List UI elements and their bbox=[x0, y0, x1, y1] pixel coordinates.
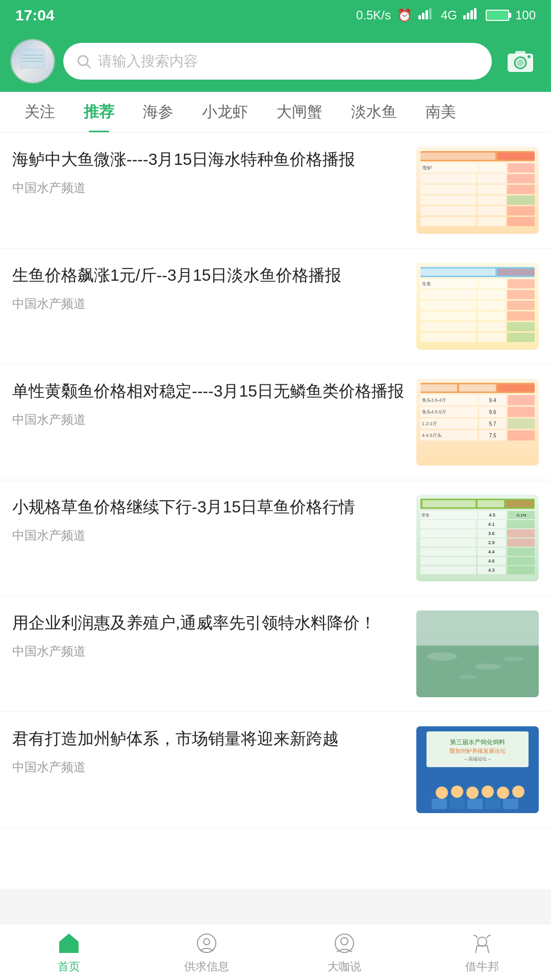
news-content: 生鱼价格飙涨1元/斤--3月15日淡水鱼价格播报 中国水产频道 bbox=[12, 263, 406, 312]
search-icon bbox=[76, 53, 92, 69]
signal-icon-2 bbox=[463, 8, 480, 22]
svg-rect-3 bbox=[429, 8, 432, 19]
battery-level: 100 bbox=[515, 8, 536, 22]
svg-point-25 bbox=[458, 675, 477, 679]
news-title: 小规格草鱼价格继续下行-3月15日草鱼价格行情 bbox=[12, 495, 406, 519]
svg-point-22 bbox=[427, 652, 457, 660]
tab-follow[interactable]: 关注 bbox=[10, 92, 69, 133]
news-content: 小规格草鱼价格继续下行-3月15日草鱼价格行情 中国水产频道 bbox=[12, 495, 406, 544]
status-icons: 0.5K/s ⏰ 4G 100 bbox=[356, 8, 536, 22]
search-placeholder: 请输入搜索内容 bbox=[98, 52, 198, 71]
header: 请输入搜索内容 bbox=[0, 31, 551, 92]
news-item[interactable]: 海鲈中大鱼微涨----3月15日海水特种鱼价格播报 中国水产频道 海鲈 bbox=[0, 133, 551, 249]
svg-point-17 bbox=[517, 59, 524, 66]
news-content: 君有打造加州鲈体系，市场销量将迎来新跨越 中国水产频道 bbox=[12, 726, 406, 775]
svg-rect-42 bbox=[485, 798, 500, 809]
supply-icon bbox=[194, 930, 219, 956]
news-source: 中国水产频道 bbox=[12, 411, 406, 428]
svg-point-46 bbox=[197, 934, 216, 952]
svg-rect-0 bbox=[418, 15, 421, 19]
news-thumbnail: 鱼头3.5-4斤 9.4 鱼头4.5-5斤 9.6 1.2-2斤 5.7 bbox=[416, 379, 539, 465]
svg-line-14 bbox=[87, 64, 90, 68]
svg-point-35 bbox=[466, 787, 479, 799]
home-icon bbox=[56, 930, 82, 956]
news-title: 用企业利润惠及养殖户,通威率先引领特水料降价！ bbox=[12, 610, 406, 635]
nav-cattle[interactable]: 借牛邦 bbox=[413, 924, 551, 980]
news-title: 生鱼价格飙涨1元/斤--3月15日淡水鱼价格播报 bbox=[12, 263, 406, 287]
news-thumbnail bbox=[416, 610, 539, 697]
svg-point-36 bbox=[482, 786, 494, 798]
news-item[interactable]: 单性黄颡鱼价格相对稳定----3月15日无鳞鱼类价格播报 中国水产频道 鱼头3.… bbox=[0, 364, 551, 480]
signal-icon bbox=[418, 8, 435, 22]
news-thumbnail: 生鱼 bbox=[416, 263, 539, 350]
nav-home[interactable]: 首页 bbox=[0, 924, 138, 980]
tab-crab[interactable]: 大闸蟹 bbox=[262, 92, 337, 133]
nav-profile[interactable]: 大咖说 bbox=[276, 924, 413, 980]
news-thumbnail: 草鱼 4.5 -0.1% 4.1 3.6 bbox=[416, 495, 539, 581]
news-thumbnail: 海鲈 bbox=[416, 147, 539, 234]
camera-button[interactable] bbox=[500, 41, 541, 82]
status-bar: 17:04 0.5K/s ⏰ 4G 100 bbox=[0, 0, 551, 31]
svg-point-23 bbox=[475, 664, 500, 670]
avatar[interactable] bbox=[10, 39, 55, 84]
svg-rect-39 bbox=[432, 799, 447, 809]
svg-rect-5 bbox=[467, 13, 469, 19]
svg-point-13 bbox=[78, 56, 88, 65]
news-title: 海鲈中大鱼微涨----3月15日海水特种鱼价格播报 bbox=[12, 147, 406, 172]
svg-rect-18 bbox=[515, 51, 525, 55]
news-source: 中国水产频道 bbox=[12, 643, 406, 659]
search-bar[interactable]: 请输入搜索内容 bbox=[63, 43, 492, 80]
svg-rect-9 bbox=[22, 51, 43, 66]
tab-seacucumber[interactable]: 海参 bbox=[129, 92, 188, 133]
tab-southamerica[interactable]: 南美 bbox=[411, 92, 470, 133]
battery-icon bbox=[486, 10, 509, 21]
news-item[interactable]: 生鱼价格飙涨1元/斤--3月15日淡水鱼价格播报 中国水产频道 生鱼 bbox=[0, 249, 551, 364]
alarm-icon: ⏰ bbox=[397, 8, 412, 22]
svg-rect-43 bbox=[503, 799, 518, 809]
svg-text:-- 高端论坛 --: -- 高端论坛 -- bbox=[464, 756, 491, 762]
svg-rect-27 bbox=[416, 610, 539, 631]
tab-recommend[interactable]: 推荐 bbox=[69, 92, 129, 133]
svg-rect-21 bbox=[416, 646, 539, 697]
svg-point-50 bbox=[478, 937, 487, 946]
news-item[interactable]: 君有打造加州鲈体系，市场销量将迎来新跨越 中国水产频道 第三届水产饲化饲料 暨加… bbox=[0, 712, 551, 828]
news-content: 单性黄颡鱼价格相对稳定----3月15日无鳞鱼类价格播报 中国水产频道 bbox=[12, 379, 406, 428]
news-source: 中国水产频道 bbox=[12, 180, 406, 196]
svg-rect-2 bbox=[425, 10, 428, 19]
nav-home-label: 首页 bbox=[58, 959, 80, 974]
news-thumbnail: 第三届水产饲化饲料 暨加州鲈养殖发展论坛 -- 高端论坛 -- bbox=[416, 726, 539, 813]
svg-point-34 bbox=[451, 786, 463, 798]
bottom-navigation: 首页 供求信息 大咖说 bbox=[0, 924, 551, 980]
svg-rect-1 bbox=[422, 13, 424, 19]
camera-icon bbox=[505, 46, 536, 77]
news-item[interactable]: 用企业利润惠及养殖户,通威率先引领特水料降价！ 中国水产频道 bbox=[0, 596, 551, 712]
status-time: 17:04 bbox=[15, 7, 55, 24]
svg-point-24 bbox=[503, 656, 523, 662]
svg-rect-4 bbox=[463, 15, 466, 19]
svg-point-47 bbox=[204, 939, 210, 945]
nav-cattle-label: 借牛邦 bbox=[465, 959, 499, 974]
category-tabs: 关注 推荐 海参 小龙虾 大闸蟹 淡水鱼 南美 bbox=[0, 92, 551, 133]
news-source: 中国水产频道 bbox=[12, 759, 406, 775]
news-title: 君有打造加州鲈体系，市场销量将迎来新跨越 bbox=[12, 726, 406, 751]
profile-icon bbox=[332, 930, 357, 956]
tab-crayfish[interactable]: 小龙虾 bbox=[188, 92, 262, 133]
svg-point-19 bbox=[528, 55, 531, 58]
svg-point-49 bbox=[341, 938, 348, 945]
news-source: 中国水产频道 bbox=[12, 296, 406, 312]
svg-rect-7 bbox=[474, 8, 477, 19]
cattle-icon bbox=[469, 930, 495, 956]
news-title: 单性黄颡鱼价格相对稳定----3月15日无鳞鱼类价格播报 bbox=[12, 379, 406, 403]
news-item[interactable]: 小规格草鱼价格继续下行-3月15日草鱼价格行情 中国水产频道 草鱼 4.5 -0… bbox=[0, 480, 551, 596]
svg-point-37 bbox=[497, 787, 509, 799]
tab-freshfish[interactable]: 淡水鱼 bbox=[337, 92, 411, 133]
news-content: 用企业利润惠及养殖户,通威率先引领特水料降价！ 中国水产频道 bbox=[12, 610, 406, 659]
svg-rect-45 bbox=[66, 947, 72, 953]
nav-supply[interactable]: 供求信息 bbox=[138, 924, 276, 980]
network-speed: 0.5K/s bbox=[356, 8, 391, 22]
svg-point-38 bbox=[512, 786, 524, 798]
svg-rect-6 bbox=[470, 10, 473, 19]
news-source: 中国水产频道 bbox=[12, 527, 406, 544]
nav-supply-label: 供求信息 bbox=[184, 959, 229, 974]
news-list: 海鲈中大鱼微涨----3月15日海水特种鱼价格播报 中国水产频道 海鲈 bbox=[0, 133, 551, 889]
